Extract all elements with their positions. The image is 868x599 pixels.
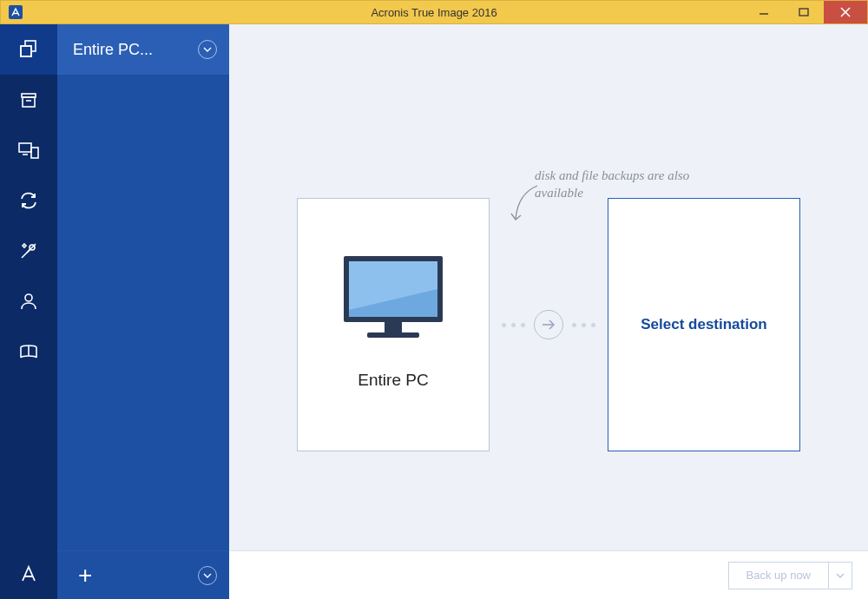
svg-rect-9 bbox=[23, 97, 35, 107]
footer-bar: Back up now bbox=[229, 550, 868, 599]
svg-rect-23 bbox=[367, 332, 419, 338]
svg-rect-6 bbox=[21, 46, 31, 56]
nav-help-icon[interactable] bbox=[0, 326, 57, 377]
nav-backup-icon[interactable] bbox=[0, 24, 57, 75]
window-minimize-button[interactable] bbox=[744, 1, 784, 23]
pc-monitor-icon bbox=[337, 251, 450, 346]
backup-list-selected-item[interactable]: Entire PC... bbox=[57, 24, 229, 75]
destination-card-label: Select destination bbox=[641, 313, 766, 336]
window-maximize-button[interactable] bbox=[784, 1, 824, 23]
window-titlebar: Acronis True Image 2016 bbox=[0, 0, 868, 24]
app-icon bbox=[8, 4, 23, 20]
svg-point-17 bbox=[25, 294, 32, 301]
svg-rect-0 bbox=[9, 5, 23, 19]
nav-sync-devices-icon[interactable] bbox=[0, 125, 57, 175]
nav-sync-icon[interactable] bbox=[0, 175, 57, 226]
backup-destination-card[interactable]: Select destination bbox=[608, 198, 800, 451]
backup-selected-label: Entire PC... bbox=[73, 41, 153, 59]
source-card-label: Entire PC bbox=[358, 371, 428, 390]
flow-arrow-separator bbox=[502, 310, 595, 339]
nav-acronis-logo-icon[interactable] bbox=[0, 549, 57, 599]
backup-source-card[interactable]: Entire PC bbox=[297, 198, 490, 451]
chevron-down-icon[interactable] bbox=[198, 40, 217, 59]
main-content: disk and file backups are also available bbox=[229, 24, 868, 599]
svg-rect-13 bbox=[31, 148, 38, 158]
backup-list-panel: Entire PC... + bbox=[57, 24, 229, 599]
chevron-down-icon[interactable] bbox=[198, 566, 217, 585]
add-backup-button[interactable]: + bbox=[78, 562, 92, 589]
nav-account-icon[interactable] bbox=[0, 276, 57, 326]
hint-text: disk and file backups are also available bbox=[535, 168, 726, 201]
svg-rect-22 bbox=[385, 322, 402, 332]
backup-now-label: Back up now bbox=[729, 563, 829, 589]
nav-archive-icon[interactable] bbox=[0, 75, 57, 125]
arrow-right-icon bbox=[534, 310, 563, 339]
backup-now-button[interactable]: Back up now bbox=[728, 562, 852, 589]
nav-icon-strip bbox=[0, 24, 57, 599]
nav-tools-icon[interactable] bbox=[0, 226, 57, 276]
window-title: Acronis True Image 2016 bbox=[371, 6, 496, 19]
window-close-button[interactable] bbox=[824, 1, 867, 23]
svg-rect-11 bbox=[19, 143, 31, 152]
chevron-down-icon[interactable] bbox=[829, 563, 852, 589]
svg-rect-2 bbox=[799, 9, 808, 16]
